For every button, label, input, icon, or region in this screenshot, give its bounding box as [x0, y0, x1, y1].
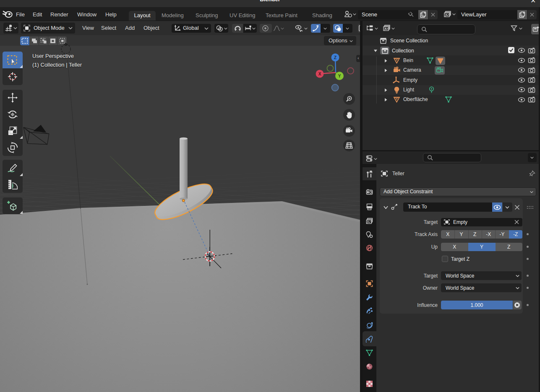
- svg-text:X: X: [318, 72, 321, 76]
- svg-text:Z: Z: [334, 55, 337, 60]
- svg-text:Y: Y: [338, 74, 341, 78]
